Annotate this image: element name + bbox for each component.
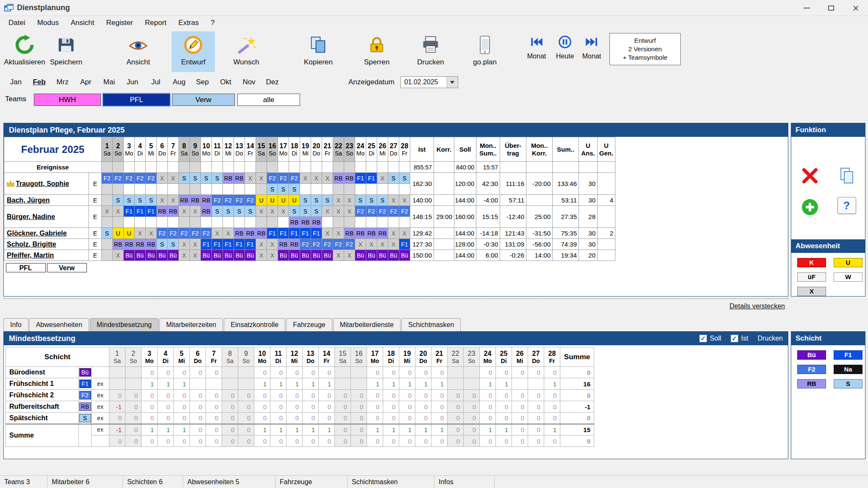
shift-cell[interactable] <box>278 217 289 228</box>
team-button-2[interactable]: Verw <box>172 94 235 106</box>
month-tab-apr[interactable]: Apr <box>74 78 97 86</box>
drucken-button[interactable]: Drucken <box>409 31 452 72</box>
shift-cell[interactable] <box>256 184 267 195</box>
shift-cell[interactable]: F1 <box>289 228 300 239</box>
shift-cell[interactable]: F2 <box>190 228 201 239</box>
schicht-chip-1[interactable]: F1 <box>834 350 862 360</box>
shift-cell[interactable] <box>245 184 256 195</box>
tab-info[interactable]: Info <box>3 318 28 331</box>
shift-cell[interactable]: S <box>245 206 256 217</box>
shift-cell[interactable]: RB <box>344 173 355 184</box>
date-dropdown-button[interactable] <box>447 77 458 88</box>
employee-name[interactable]: Bach, Jürgen <box>4 195 89 206</box>
shift-cell[interactable]: X <box>333 250 344 261</box>
shift-cell[interactable]: RB <box>333 173 344 184</box>
shift-cell[interactable]: Bü <box>146 250 157 261</box>
shift-cell[interactable]: F2 <box>157 228 168 239</box>
shift-cell[interactable] <box>245 217 256 228</box>
shift-cell[interactable]: F2 <box>355 206 366 217</box>
shift-cell[interactable] <box>124 217 135 228</box>
shift-cell[interactable]: S <box>311 195 322 206</box>
shift-cell[interactable]: X <box>311 173 322 184</box>
tab-schichtmasken[interactable]: Schichtmasken <box>401 318 461 331</box>
shift-cell[interactable]: RB <box>366 228 377 239</box>
shift-cell[interactable]: Bü <box>245 250 256 261</box>
ansicht-button[interactable]: Ansicht <box>117 31 160 72</box>
shift-cell[interactable]: X <box>388 195 399 206</box>
shift-cell[interactable] <box>212 184 223 195</box>
shift-cell[interactable]: F2 <box>201 228 212 239</box>
shift-cell[interactable] <box>146 184 157 195</box>
team-button-0[interactable]: HWH <box>34 94 101 106</box>
shift-cell[interactable]: RB <box>245 228 256 239</box>
shift-cell[interactable]: F1 <box>267 228 278 239</box>
team-button-1[interactable]: PFL <box>103 94 170 106</box>
shift-cell[interactable] <box>102 250 113 261</box>
shift-cell[interactable]: X <box>190 250 201 261</box>
shift-cell[interactable]: F2 <box>124 173 135 184</box>
shift-cell[interactable]: F2 <box>113 173 124 184</box>
shift-cell[interactable]: X <box>333 206 344 217</box>
shift-cell[interactable] <box>355 217 366 228</box>
aktualisieren-button[interactable]: Aktualisieren <box>3 31 46 72</box>
shift-cell[interactable]: X <box>322 228 333 239</box>
shift-cell[interactable]: Bü <box>311 250 322 261</box>
month-tab-aug[interactable]: Aug <box>167 78 191 86</box>
shift-cell[interactable]: RB <box>146 239 157 250</box>
entwurf-button[interactable]: Entwurf <box>172 31 215 72</box>
shift-cell[interactable]: X <box>256 173 267 184</box>
shift-cell[interactable]: X <box>245 173 256 184</box>
shift-cell[interactable]: Bü <box>135 250 146 261</box>
tab-einsatzkontrolle[interactable]: Einsatzkontrolle <box>224 318 285 331</box>
shift-cell[interactable]: X <box>157 173 168 184</box>
shift-cell[interactable]: X <box>278 206 289 217</box>
menu-item-4[interactable]: Report <box>139 16 172 30</box>
employee-name[interactable]: Traugott, Sophie <box>4 173 89 195</box>
shift-cell[interactable] <box>102 239 113 250</box>
shift-cell[interactable]: X <box>344 195 355 206</box>
shift-cell[interactable]: RB <box>124 239 135 250</box>
shift-cell[interactable]: F2 <box>311 239 322 250</box>
shift-cell[interactable]: RB <box>113 239 124 250</box>
shift-cell[interactable]: Bü <box>289 250 300 261</box>
shift-cell[interactable]: X <box>212 228 223 239</box>
shift-cell[interactable] <box>124 184 135 195</box>
shift-cell[interactable]: X <box>256 250 267 261</box>
shift-cell[interactable]: X <box>267 250 278 261</box>
shift-cell[interactable] <box>399 184 410 195</box>
shift-cell[interactable] <box>223 184 234 195</box>
absence-chip-1[interactable]: U <box>834 258 862 267</box>
shift-cell[interactable]: Bü <box>377 250 388 261</box>
shift-cell[interactable]: RB <box>289 217 300 228</box>
employee-name[interactable]: Bürger, Nadine <box>4 206 89 228</box>
shift-cell[interactable]: X <box>256 239 267 250</box>
shift-cell[interactable] <box>135 184 146 195</box>
shift-cell[interactable]: X <box>333 228 344 239</box>
shift-cell[interactable] <box>267 217 278 228</box>
shift-cell[interactable]: S <box>135 195 146 206</box>
tab-mitarbeiterzeiten[interactable]: Mitarbeiterzeiten <box>159 318 223 331</box>
month-tab-mai[interactable]: Mai <box>97 78 121 86</box>
menu-item-3[interactable]: Register <box>100 16 139 30</box>
shift-cell[interactable]: X <box>333 195 344 206</box>
shift-cell[interactable]: Bü <box>399 250 410 261</box>
tab-abwesenheiten[interactable]: Abwesenheiten <box>29 318 89 331</box>
soll-checkbox[interactable]: ✓Soll <box>699 335 721 342</box>
minimize-button[interactable] <box>794 0 819 16</box>
shift-cell[interactable]: F1 <box>245 239 256 250</box>
shift-cell[interactable]: X <box>179 239 190 250</box>
shift-cell[interactable] <box>201 184 212 195</box>
wunsch-button[interactable]: Wunsch <box>225 31 268 72</box>
shift-cell[interactable]: X <box>157 195 168 206</box>
kopieren-button[interactable]: Kopieren <box>297 31 340 72</box>
shift-cell[interactable]: X <box>322 206 333 217</box>
shift-cell[interactable]: Bü <box>278 250 289 261</box>
help-button[interactable]: ? <box>837 197 856 214</box>
shift-cell[interactable] <box>322 217 333 228</box>
shift-cell[interactable]: S <box>113 195 124 206</box>
shift-cell[interactable]: RB <box>201 206 212 217</box>
tab-mitarbeiterdienste[interactable]: Mitarbeiterdienste <box>333 318 401 331</box>
shift-cell[interactable]: X <box>388 239 399 250</box>
shift-cell[interactable]: X <box>322 173 333 184</box>
shift-cell[interactable]: X <box>377 173 388 184</box>
